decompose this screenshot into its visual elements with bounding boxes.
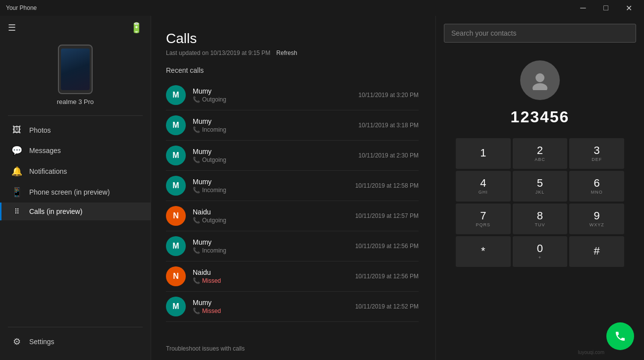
dial-1[interactable]: 1: [456, 138, 511, 169]
close-button[interactable]: ✕: [617, 0, 640, 16]
sidebar-item-messages-label: Messages: [29, 147, 61, 154]
call-info: Mumy 📞 Incoming: [193, 238, 348, 254]
calls-subtitle: Last updated on 10/13/2019 at 9:15 PM Re…: [166, 50, 421, 56]
call-button[interactable]: [606, 322, 634, 350]
sidebar-item-photos[interactable]: 🖼 Photos: [0, 120, 151, 140]
call-direction-icon: 📞: [193, 247, 200, 254]
device-display: realme 3 Pro: [0, 40, 151, 115]
dial-num-9: 9: [594, 210, 600, 221]
dial-letters-9: WXYZ: [590, 222, 604, 227]
dial-7[interactable]: 7 PQRS: [456, 204, 511, 234]
dial-num-3: 3: [594, 145, 600, 156]
dial-letters-0: +: [538, 255, 541, 260]
notifications-icon: 🔔: [11, 166, 22, 177]
avatar: M: [166, 176, 186, 196]
call-direction-icon: 📞: [193, 96, 200, 103]
table-row[interactable]: M Mumy 📞 Incoming 10/11/2019 at 12:56 PM: [166, 231, 419, 261]
avatar: M: [166, 115, 186, 135]
table-row[interactable]: N Naidu 📞 Missed 10/11/2019 at 12:56 PM: [166, 261, 419, 292]
settings-icon: ⚙: [11, 336, 22, 347]
sidebar-item-messages[interactable]: 💬 Messages: [0, 140, 151, 161]
table-row[interactable]: M Mumy 📞 Missed 10/11/2019 at 12:52 PM: [166, 292, 419, 322]
dial-num-hash: #: [594, 246, 600, 257]
dial-9[interactable]: 9 WXYZ: [569, 204, 624, 234]
nav-items: 🖼 Photos 💬 Messages 🔔 Notifications 📱 Ph…: [0, 116, 151, 327]
battery-icon: 🔋: [130, 22, 143, 34]
call-time: 10/11/2019 at 12:56 PM: [355, 273, 419, 280]
watermark-text: luyouqi.com: [578, 350, 604, 355]
dial-num-7: 7: [480, 210, 486, 221]
call-info: Naidu 📞 Outgoing: [193, 208, 348, 224]
sidebar-item-notifications[interactable]: 🔔 Notifications: [0, 161, 151, 182]
call-info: Mumy 📞 Missed: [193, 299, 348, 314]
settings-item[interactable]: ⚙ Settings: [0, 331, 151, 352]
dial-num-4: 4: [480, 178, 486, 189]
window-controls: ─ □ ✕: [572, 0, 640, 16]
dial-letters-5: JKL: [536, 190, 545, 195]
title-bar: Your Phone ─ □ ✕: [0, 0, 644, 16]
call-type: 📞 Incoming: [193, 126, 352, 133]
minimize-button[interactable]: ─: [572, 0, 594, 16]
sidebar-item-photos-label: Photos: [29, 126, 51, 134]
sidebar-item-phone-screen[interactable]: 📱 Phone screen (in preview): [0, 182, 151, 203]
phone-screen-preview: [61, 49, 90, 90]
display-number: 123456: [444, 108, 636, 126]
dial-3[interactable]: 3 DEF: [569, 138, 624, 169]
call-name: Naidu: [193, 208, 348, 216]
call-direction-icon: 📞: [193, 217, 200, 224]
call-type: 📞 Missed: [193, 277, 348, 284]
dial-letters-7: PQRS: [476, 222, 491, 227]
device-name: realme 3 Pro: [57, 98, 94, 105]
hamburger-icon[interactable]: ☰: [8, 22, 16, 33]
dialpad: 1 2 ABC 3 DEF 4 GHI 5 JKL 6 MNO: [456, 138, 624, 267]
dial-num-5: 5: [537, 178, 543, 189]
refresh-link[interactable]: Refresh: [276, 50, 297, 56]
sidebar-item-calls[interactable]: ⠿ Calls (in preview): [0, 203, 151, 220]
avatar: N: [166, 206, 186, 226]
app-body: ☰ 🔋 realme 3 Pro 🖼 Photos 💬 Messages 🔔 N…: [0, 16, 644, 360]
avatar: N: [166, 266, 186, 286]
dial-letters-6: MNO: [591, 190, 603, 195]
table-row[interactable]: N Naidu 📞 Outgoing 10/11/2019 at 12:57 P…: [166, 201, 419, 231]
dial-5[interactable]: 5 JKL: [513, 171, 568, 202]
call-type: 📞 Outgoing: [193, 156, 352, 163]
call-type: 📞 Incoming: [193, 187, 348, 194]
dial-hash[interactable]: #: [569, 236, 624, 267]
avatar: M: [166, 297, 186, 316]
table-row[interactable]: M Mumy 📞 Outgoing 10/11/2019 at 2:30 PM: [166, 141, 419, 171]
call-direction-icon: 📞: [193, 308, 200, 314]
dial-num-8: 8: [537, 210, 543, 221]
call-info: Mumy 📞 Incoming: [193, 117, 352, 133]
call-direction-icon: 📞: [193, 126, 200, 133]
dial-2[interactable]: 2 ABC: [513, 138, 568, 169]
dial-num-1: 1: [480, 148, 486, 158]
dial-4[interactable]: 4 GHI: [456, 171, 511, 202]
call-direction-icon: 📞: [193, 277, 200, 284]
call-name: Mumy: [193, 117, 352, 125]
table-row[interactable]: M Mumy 📞 Incoming 10/11/2019 at 3:18 PM: [166, 110, 419, 141]
troubleshoot-link[interactable]: Troubleshoot issues with calls: [166, 345, 421, 352]
calls-panel: Calls Last updated on 10/13/2019 at 9:15…: [151, 16, 436, 360]
dial-0[interactable]: 0 +: [513, 236, 568, 267]
calls-title: Calls: [166, 31, 421, 47]
call-direction-icon: 📞: [193, 187, 200, 194]
dial-star[interactable]: *: [456, 236, 511, 267]
contact-avatar-large: [520, 60, 560, 100]
search-input[interactable]: [444, 24, 636, 43]
table-row[interactable]: M Mumy 📞 Outgoing 10/11/2019 at 3:20 PM: [166, 80, 419, 110]
sidebar-item-phone-screen-label: Phone screen (in preview): [29, 188, 110, 196]
dial-num-2: 2: [537, 145, 543, 156]
dial-letters-8: TUV: [535, 222, 545, 227]
phone-screen-icon: 📱: [11, 187, 22, 198]
call-type: 📞 Missed: [193, 308, 348, 314]
phone-mockup: [58, 45, 93, 94]
dial-letters-2: ABC: [535, 157, 545, 162]
table-row[interactable]: M Mumy 📞 Incoming 10/11/2019 at 12:58 PM: [166, 171, 419, 201]
call-name: Mumy: [193, 238, 348, 246]
calls-last-updated: Last updated on 10/13/2019 at 9:15 PM: [166, 50, 270, 56]
maximize-button[interactable]: □: [594, 0, 617, 16]
dial-6[interactable]: 6 MNO: [569, 171, 624, 202]
dial-8[interactable]: 8 TUV: [513, 204, 568, 234]
sidebar-bottom: ⚙ Settings: [0, 327, 151, 360]
contacts-panel: 123456 1 2 ABC 3 DEF 4 GHI 5 JKL: [436, 16, 644, 360]
